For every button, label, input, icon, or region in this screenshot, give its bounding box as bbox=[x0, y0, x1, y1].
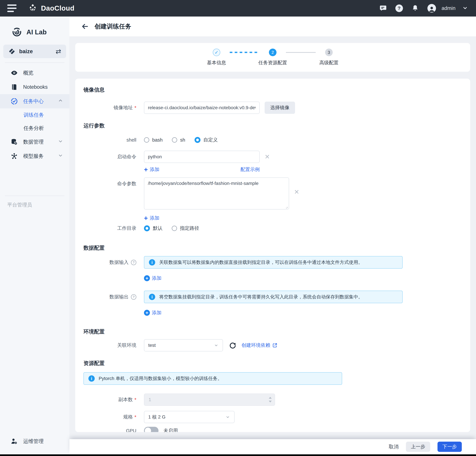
replicas-row: 副本数 1 bbox=[84, 394, 464, 406]
workdir-row: 工作目录 默认 指定路径 bbox=[84, 225, 464, 232]
replicas-label: 副本数 bbox=[84, 396, 136, 403]
replicas-input[interactable]: 1 bbox=[144, 394, 275, 406]
username[interactable]: admin bbox=[442, 5, 456, 11]
footer-action-bar: 取消 上一步 下一步 bbox=[69, 439, 476, 454]
section-image-info: 镜像信息 bbox=[84, 86, 464, 93]
sidebar-item-model-services[interactable]: 模型服务 bbox=[0, 149, 69, 163]
radio-workdir-default[interactable]: 默认 bbox=[144, 225, 162, 232]
workspace-icon bbox=[8, 48, 16, 55]
radio-sh[interactable]: sh bbox=[172, 137, 185, 143]
remove-args-icon[interactable]: ✕ bbox=[294, 188, 299, 196]
sidebar-item-training-tasks[interactable]: 训练任务 bbox=[0, 108, 69, 122]
stepper-down-icon bbox=[269, 401, 272, 403]
sidebar-item-task-analysis[interactable]: 任务分析 bbox=[0, 122, 69, 135]
data-output-info-text: 将空数据集挂载到指定目录，训练任务中可将需要持久化写入此目录，系统会自动保存到数… bbox=[159, 294, 363, 300]
help-question-icon[interactable]: ? bbox=[131, 294, 136, 300]
image-address-label: 镜像地址 bbox=[84, 104, 136, 111]
select-image-button[interactable]: 选择镜像 bbox=[265, 101, 295, 114]
role-label: 平台管理员 bbox=[7, 202, 69, 208]
notifications-bell-icon[interactable] bbox=[411, 4, 419, 13]
sidebar-item-data-management[interactable]: 数据管理 bbox=[0, 135, 69, 149]
select-chevron-icon bbox=[214, 343, 219, 348]
config-example-link[interactable]: 配置示例 bbox=[240, 166, 260, 173]
notebook-icon bbox=[11, 84, 18, 91]
info-icon: i bbox=[149, 259, 155, 265]
args-add-row: +添加 bbox=[84, 215, 464, 221]
spec-select[interactable]: 1 核 2 G bbox=[144, 411, 235, 423]
back-arrow-icon[interactable] bbox=[81, 23, 89, 30]
section-data-config: 数据配置 bbox=[84, 244, 464, 252]
sidebar: AI Lab baize ⇄ 概览 Notebooks bbox=[0, 17, 69, 454]
main: 创建训练任务 ✓ 2 3 基本信息 任务资源配置 高级配置 bbox=[69, 17, 476, 454]
cancel-button[interactable]: 取消 bbox=[389, 443, 399, 450]
resource-info-box: i Pytorch 单机，仅适用与数据集较小，模型较小的训练任务。 bbox=[84, 372, 342, 385]
message-icon[interactable] bbox=[379, 4, 387, 13]
radio-custom[interactable]: 自定义 bbox=[195, 137, 218, 143]
env-select-value: test bbox=[148, 343, 156, 348]
plus-icon: + bbox=[144, 167, 148, 172]
sidebar-item-ops-management[interactable]: 运维管理 bbox=[0, 434, 69, 448]
radio-circle-checked[interactable] bbox=[195, 137, 201, 143]
step-3-label: 高级配置 bbox=[319, 59, 339, 66]
add-args-link[interactable]: +添加 bbox=[144, 215, 159, 221]
command-add-row: +添加 配置示例 bbox=[84, 166, 464, 173]
data-input-add-row: +添加 bbox=[84, 275, 464, 281]
add-data-input-link[interactable]: +添加 bbox=[144, 275, 162, 281]
plus-icon: + bbox=[144, 216, 148, 220]
gpu-label: GPU bbox=[84, 428, 136, 432]
spec-label: 规格 bbox=[84, 414, 136, 420]
section-resource-config: 资源配置 bbox=[84, 360, 464, 367]
help-question-icon[interactable]: ? bbox=[131, 260, 136, 265]
info-icon: i bbox=[149, 294, 155, 300]
number-stepper[interactable] bbox=[269, 394, 272, 405]
next-step-button[interactable]: 下一步 bbox=[437, 442, 462, 452]
user-chevron-down-icon[interactable] bbox=[462, 5, 468, 12]
command-args-textarea[interactable]: /home/jovyan/code/tensorflow/tf-fashion-… bbox=[144, 177, 289, 210]
env-select[interactable]: test bbox=[144, 339, 223, 351]
workdir-label: 工作目录 bbox=[84, 225, 136, 232]
spec-row: 规格 1 核 2 G bbox=[84, 411, 464, 423]
add-command-link[interactable]: +添加 bbox=[144, 166, 159, 173]
stepper-connector-dashed bbox=[230, 52, 259, 53]
sidebar-item-label: Notebooks bbox=[23, 84, 48, 90]
sidebar-item-label: 概览 bbox=[23, 69, 33, 76]
help-icon[interactable]: ? bbox=[395, 4, 403, 12]
toggle-knob bbox=[145, 428, 151, 432]
info-icon: i bbox=[88, 375, 95, 382]
radio-circle-checked[interactable] bbox=[144, 225, 150, 231]
remove-command-icon[interactable]: ✕ bbox=[265, 153, 270, 160]
task-center-icon bbox=[11, 98, 18, 105]
gpu-toggle[interactable] bbox=[144, 427, 159, 432]
replicas-value: 1 bbox=[149, 397, 151, 402]
previous-step-button[interactable]: 上一步 bbox=[406, 442, 430, 452]
create-env-dependency-link[interactable]: 创建环境依赖 bbox=[241, 342, 278, 349]
user-avatar[interactable] bbox=[427, 4, 436, 13]
stepper: ✓ 2 3 基本信息 任务资源配置 高级配置 bbox=[203, 49, 342, 66]
start-command-input[interactable] bbox=[144, 151, 260, 163]
radio-circle[interactable] bbox=[172, 137, 177, 143]
radio-bash[interactable]: bash bbox=[144, 137, 163, 143]
shell-row: shell bash sh 自定义 bbox=[84, 137, 464, 143]
ai-lab-icon bbox=[12, 27, 22, 37]
add-data-output-link[interactable]: +添加 bbox=[144, 309, 162, 316]
chevron-down-icon bbox=[58, 152, 63, 160]
sidebar-item-notebooks[interactable]: Notebooks bbox=[0, 80, 69, 94]
select-chevron-icon bbox=[225, 414, 230, 420]
sidebar-item-task-center[interactable]: 任务中心 bbox=[0, 94, 69, 108]
switch-workspace-icon[interactable]: ⇄ bbox=[56, 48, 61, 55]
radio-workdir-custom-path[interactable]: 指定路径 bbox=[172, 225, 199, 232]
workspace-selector[interactable]: baize ⇄ bbox=[3, 45, 66, 58]
external-link-icon bbox=[272, 343, 278, 348]
menu-icon[interactable] bbox=[7, 4, 17, 12]
image-address-input[interactable] bbox=[144, 101, 260, 114]
step-1-circle-check-icon: ✓ bbox=[213, 49, 220, 56]
refresh-icon[interactable] bbox=[229, 341, 237, 349]
radio-circle[interactable] bbox=[172, 226, 177, 231]
chevron-up-icon bbox=[58, 98, 63, 105]
data-input-info-text: 关联数据集可以将数据集内的数据直接挂载到指定目录，可以在训练任务中通过本地文件方… bbox=[159, 259, 363, 265]
sidebar-item-overview[interactable]: 概览 bbox=[0, 66, 69, 80]
stepper-card: ✓ 2 3 基本信息 任务资源配置 高级配置 bbox=[75, 43, 470, 72]
topbar-actions: ? admin bbox=[379, 4, 468, 13]
radio-circle[interactable] bbox=[144, 137, 149, 143]
start-command-row: 启动命令 ✕ bbox=[84, 151, 464, 163]
